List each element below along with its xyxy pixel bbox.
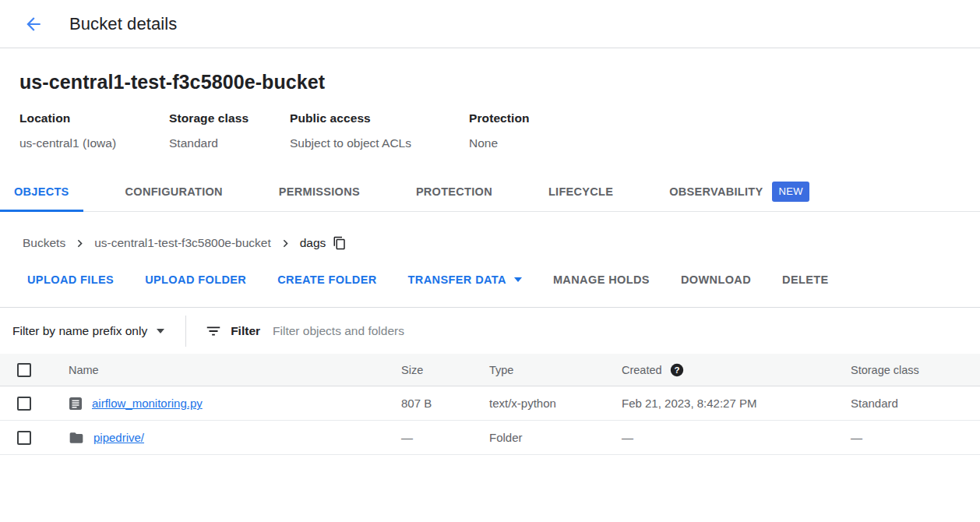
column-header-created: Created ? — [622, 363, 851, 377]
page-header: Bucket details — [0, 0, 980, 48]
object-type: Folder — [489, 431, 622, 444]
breadcrumb: Buckets us-central1-test-f3c5800e-bucket… — [0, 233, 980, 253]
row-checkbox[interactable] — [17, 431, 31, 445]
file-icon — [69, 397, 83, 411]
column-header-name: Name — [69, 364, 401, 376]
column-header-storage-class: Storage class — [851, 364, 980, 376]
tab-permissions[interactable]: PERMISSIONS — [265, 174, 374, 212]
meta-label-protection: Protection — [469, 111, 530, 125]
filter-label: Filter — [231, 324, 260, 338]
upload-files-button[interactable]: UPLOAD FILES — [12, 265, 129, 295]
meta-value-location: us-central1 (Iowa) — [19, 136, 161, 150]
bucket-meta: Location us-central1 (Iowa) Storage clas… — [0, 111, 980, 150]
tab-objects[interactable]: OBJECTS — [0, 174, 83, 212]
help-icon[interactable]: ? — [670, 363, 684, 377]
column-header-size: Size — [401, 364, 489, 376]
breadcrumb-current-folder: dags — [300, 236, 326, 250]
page-title: Bucket details — [69, 14, 177, 34]
chevron-right-icon — [72, 236, 87, 251]
tab-protection[interactable]: PROTECTION — [402, 174, 506, 212]
object-storage-class: Standard — [851, 397, 980, 410]
filter-scope-dropdown[interactable]: Filter by name prefix only — [12, 324, 164, 338]
dropdown-caret-icon — [514, 277, 522, 282]
meta-value-public-access: Subject to object ACLs — [290, 136, 461, 150]
delete-button[interactable]: DELETE — [767, 265, 844, 295]
row-checkbox[interactable] — [17, 397, 31, 411]
copy-icon[interactable] — [333, 236, 347, 250]
new-badge: NEW — [772, 182, 809, 202]
tab-observability[interactable]: OBSERVABILITY NEW — [655, 174, 823, 212]
object-storage-class: — — [851, 431, 980, 444]
filter-bar: Filter by name prefix only Filter — [0, 307, 980, 354]
filter-list-icon — [205, 323, 222, 340]
breadcrumb-bucket-name[interactable]: us-central1-test-f3c5800e-bucket — [94, 236, 271, 250]
filter-input[interactable] — [273, 324, 709, 338]
object-toolbar: UPLOAD FILES UPLOAD FOLDER CREATE FOLDER… — [0, 263, 980, 296]
download-button[interactable]: DOWNLOAD — [665, 265, 767, 295]
bucket-name: us-central1-test-f3c5800e-bucket — [0, 71, 980, 93]
upload-folder-button[interactable]: UPLOAD FOLDER — [129, 265, 262, 295]
manage-holds-button[interactable]: MANAGE HOLDS — [538, 265, 665, 295]
back-arrow-icon[interactable] — [23, 14, 44, 34]
table-row: pipedrive/ — Folder — — — [0, 421, 980, 455]
table-row: airflow_monitoring.py 807 B text/x-pytho… — [0, 386, 980, 421]
select-all-checkbox[interactable] — [17, 363, 31, 377]
vertical-divider — [185, 316, 186, 347]
svg-text:?: ? — [674, 365, 679, 375]
object-size: 807 B — [401, 397, 489, 410]
dropdown-caret-icon — [157, 329, 164, 333]
meta-value-protection: None — [469, 136, 530, 150]
meta-label-location: Location — [19, 111, 161, 125]
meta-label-storage-class: Storage class — [169, 111, 282, 125]
create-folder-button[interactable]: CREATE FOLDER — [262, 265, 392, 295]
meta-label-public-access: Public access — [290, 111, 461, 125]
object-link[interactable]: pipedrive/ — [93, 431, 144, 444]
object-link[interactable]: airflow_monitoring.py — [92, 397, 203, 410]
breadcrumb-buckets[interactable]: Buckets — [23, 236, 65, 250]
tab-configuration[interactable]: CONFIGURATION — [111, 174, 237, 212]
transfer-data-button[interactable]: TRANSFER DATA — [393, 265, 538, 295]
folder-icon — [69, 430, 84, 446]
object-size: — — [401, 431, 489, 444]
chevron-right-icon — [278, 236, 293, 251]
column-header-type: Type — [489, 364, 622, 376]
object-type: text/x-python — [489, 397, 622, 410]
tab-lifecycle[interactable]: LIFECYCLE — [534, 174, 627, 212]
meta-value-storage-class: Standard — [169, 136, 282, 150]
table-header: Name Size Type Created ? Storage class — [0, 354, 980, 386]
object-created: Feb 21, 2023, 8:42:27 PM — [622, 397, 851, 410]
object-created: — — [622, 431, 851, 444]
tab-bar: OBJECTS CONFIGURATION PERMISSIONS PROTEC… — [0, 174, 980, 212]
